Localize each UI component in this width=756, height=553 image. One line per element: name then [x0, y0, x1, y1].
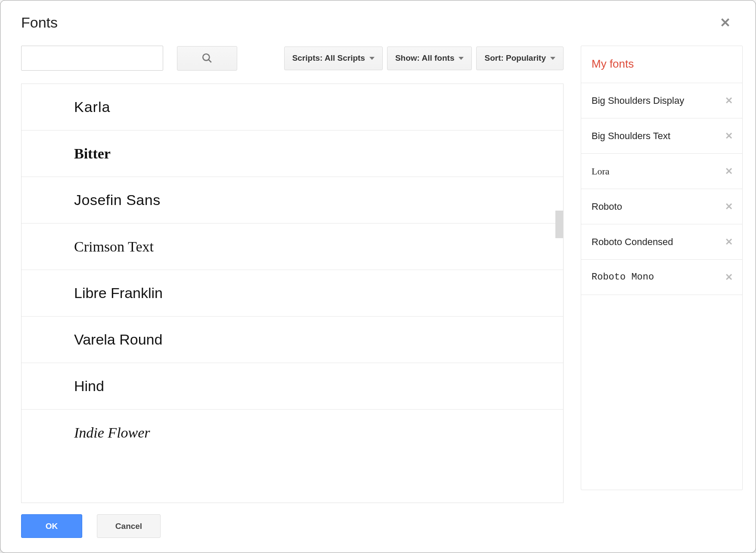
- ok-button[interactable]: OK: [21, 514, 82, 538]
- scripts-filter-label: Scripts: All Scripts: [292, 53, 365, 63]
- font-row[interactable]: Karla: [22, 84, 563, 130]
- font-name: Hind: [74, 378, 104, 395]
- font-name: Varela Round: [74, 331, 162, 348]
- font-row[interactable]: Josefin Sans: [22, 177, 563, 224]
- my-fonts-title: My fonts: [581, 46, 742, 83]
- svg-point-0: [203, 54, 209, 60]
- close-button[interactable]: ✕: [716, 12, 735, 33]
- chevron-down-icon: [550, 57, 555, 60]
- show-filter-label: Show: All fonts: [395, 53, 455, 63]
- close-icon: ✕: [725, 201, 733, 212]
- fonts-dialog: Fonts ✕ Scripts: All Scripts: [0, 0, 756, 553]
- font-list[interactable]: KarlaBitterJosefin SansCrimson TextLibre…: [22, 84, 563, 503]
- cancel-button-label: Cancel: [115, 522, 142, 531]
- font-name: Josefin Sans: [74, 192, 161, 208]
- chevron-down-icon: [459, 57, 464, 60]
- font-name: Libre Franklin: [74, 285, 163, 301]
- my-font-row[interactable]: Lora✕: [581, 154, 742, 189]
- chevron-down-icon: [369, 57, 375, 60]
- sort-filter[interactable]: Sort: Popularity: [476, 47, 564, 70]
- close-icon: ✕: [725, 95, 733, 106]
- remove-font-button[interactable]: ✕: [725, 272, 733, 283]
- dialog-body: Scripts: All Scripts Show: All fonts Sor…: [0, 37, 756, 503]
- svg-line-1: [208, 59, 211, 62]
- my-font-name: Lora: [592, 166, 610, 177]
- my-font-name: Roboto Mono: [592, 272, 654, 283]
- remove-font-button[interactable]: ✕: [725, 166, 733, 177]
- remove-font-button[interactable]: ✕: [725, 95, 733, 106]
- dialog-title: Fonts: [21, 14, 58, 31]
- font-row[interactable]: Varela Round: [22, 317, 563, 363]
- dialog-header: Fonts ✕: [0, 0, 756, 37]
- scrollbar-thumb[interactable]: [555, 211, 563, 238]
- my-font-name: Big Shoulders Display: [592, 95, 684, 106]
- font-name: Bitter: [74, 146, 111, 162]
- my-fonts-panel: My fonts Big Shoulders Display✕Big Shoul…: [581, 46, 743, 490]
- scripts-filter[interactable]: Scripts: All Scripts: [284, 47, 383, 70]
- close-icon: ✕: [720, 16, 731, 30]
- font-row[interactable]: Hind: [22, 363, 563, 410]
- toolbar: Scripts: All Scripts Show: All fonts Sor…: [21, 46, 564, 84]
- my-font-row[interactable]: Big Shoulders Display✕: [581, 83, 742, 118]
- cancel-button[interactable]: Cancel: [97, 514, 161, 538]
- left-column: Scripts: All Scripts Show: All fonts Sor…: [21, 46, 564, 503]
- font-row[interactable]: Crimson Text: [22, 224, 563, 270]
- font-row[interactable]: Indie Flower: [22, 410, 563, 456]
- search-input[interactable]: [21, 46, 163, 71]
- filter-group: Scripts: All Scripts Show: All fonts Sor…: [284, 47, 564, 70]
- my-font-name: Roboto Condensed: [592, 236, 673, 248]
- search-button[interactable]: [177, 46, 237, 71]
- my-font-name: Big Shoulders Text: [592, 130, 670, 142]
- close-icon: ✕: [725, 236, 733, 247]
- font-name: Crimson Text: [74, 239, 154, 255]
- show-filter[interactable]: Show: All fonts: [387, 47, 472, 70]
- remove-font-button[interactable]: ✕: [725, 236, 733, 248]
- sort-filter-label: Sort: Popularity: [484, 53, 546, 63]
- my-font-row[interactable]: Roboto Condensed✕: [581, 224, 742, 260]
- dialog-footer: OK Cancel: [0, 503, 756, 553]
- search-icon: [201, 53, 213, 64]
- my-font-name: Roboto: [592, 201, 622, 212]
- close-icon: ✕: [725, 166, 733, 177]
- remove-font-button[interactable]: ✕: [725, 201, 733, 212]
- close-icon: ✕: [725, 130, 733, 141]
- font-name: Karla: [74, 99, 110, 115]
- remove-font-button[interactable]: ✕: [725, 130, 733, 142]
- font-name: Indie Flower: [74, 425, 150, 441]
- font-row[interactable]: Libre Franklin: [22, 270, 563, 317]
- ok-button-label: OK: [46, 522, 58, 531]
- font-row[interactable]: Bitter: [22, 130, 563, 177]
- font-list-container: KarlaBitterJosefin SansCrimson TextLibre…: [21, 84, 564, 503]
- my-font-row[interactable]: Big Shoulders Text✕: [581, 118, 742, 154]
- my-fonts-list: Big Shoulders Display✕Big Shoulders Text…: [581, 83, 742, 295]
- close-icon: ✕: [725, 272, 733, 283]
- my-font-row[interactable]: Roboto Mono✕: [581, 260, 742, 295]
- my-font-row[interactable]: Roboto✕: [581, 189, 742, 224]
